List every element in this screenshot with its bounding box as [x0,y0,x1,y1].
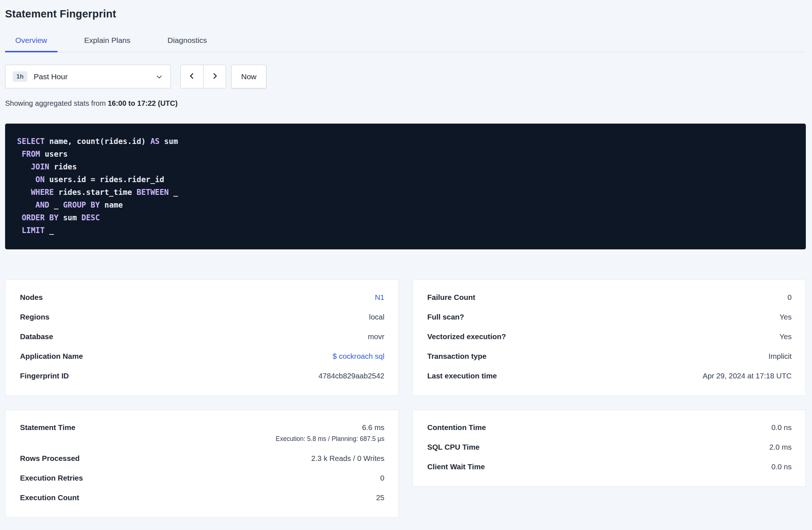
card-row: Client Wait Time0.0 ns [427,462,792,472]
prev-interval-button[interactable] [181,65,203,88]
stats-cards-grid: NodesN1RegionslocalDatabasemovrApplicati… [5,280,806,518]
failure-count-label: Failure Count [427,292,486,302]
execution-retries-label: Execution Retries [20,473,94,483]
chevron-down-icon [155,73,163,81]
failure-count-value: 0 [788,292,792,302]
fingerprint-id-value: 4784cb829aab2542 [318,371,384,381]
now-button[interactable]: Now [231,65,266,88]
sql-statement: SELECT name, count(rides.id) AS sum FROM… [5,124,806,249]
execution-retries-value: 0 [380,473,384,483]
last-execution-time-value: Apr 29, 2024 at 17:18 UTC [703,371,792,381]
interval-label: Past Hour [34,72,68,81]
transaction-type-label: Transaction type [427,351,498,361]
chevron-left-icon [188,72,196,81]
card-row: Application Name$ cockroach sql [20,351,385,361]
time-toolbar: 1h Past Hour Now [5,65,806,88]
sql-line: WHERE rides.start_time BETWEEN _ [17,186,794,199]
fingerprint-id-label: Fingerprint ID [20,371,80,381]
full-scan-value: Yes [780,312,792,322]
sql-line: ORDER BY sum DESC [17,212,794,224]
card-row: Transaction typeImplicit [427,351,792,361]
full-scan-label: Full scan? [427,312,475,322]
vectorized-execution-label: Vectorized execution? [427,332,517,342]
card-row: Statement Time6.6 msExecution: 5.8 ms / … [20,422,385,444]
sql-line: AND _ GROUP BY name [17,199,794,212]
execution-count-label: Execution Count [20,493,90,503]
card-row: Contention Time0.0 ns [427,422,792,433]
card-row: Vectorized execution?Yes [427,332,792,342]
card-row: Rows Processed2.3 k Reads / 0 Writes [20,453,385,463]
contention-time-value: 0.0 ns [771,422,792,433]
sql-cpu-time-label: SQL CPU Time [427,442,491,452]
sql-line: LIMIT _ [17,224,794,237]
client-wait-time-label: Client Wait Time [427,462,496,472]
application-name-label: Application Name [20,351,94,361]
time-interval-select[interactable]: 1h Past Hour [5,65,171,88]
interval-badge: 1h [13,71,27,82]
tab-explain-plans[interactable]: Explain Plans [74,32,141,52]
card-row: Regionslocal [20,312,385,322]
card-row: NodesN1 [20,292,385,302]
interval-nav-group [180,65,226,88]
timing-card-left: Statement Time6.6 msExecution: 5.8 ms / … [5,410,399,518]
statement-time-label: Statement Time [20,422,86,433]
card-row: Databasemovr [20,332,385,342]
sql-line: JOIN rides [17,161,794,173]
card-row: Execution Count25 [20,493,385,503]
details-card-right: Failure Count0Full scan?YesVectorized ex… [413,280,806,396]
card-row: SQL CPU Time2.0 ms [427,442,792,452]
rows-processed-label: Rows Processed [20,453,91,463]
page-title: Statement Fingerprint [5,8,806,20]
tab-bar: OverviewExplain PlansDiagnostics [5,32,806,52]
statement-fingerprint-page: Statement Fingerprint OverviewExplain Pl… [0,0,812,530]
regions-value: local [369,312,384,322]
card-row: Execution Retries0 [20,473,385,483]
sql-line: SELECT name, count(rides.id) AS sum [17,135,794,148]
nodes-link[interactable]: N1 [375,292,384,302]
statement-time-subtext: Execution: 5.8 ms / Planning: 687.5 µs [276,434,384,444]
execution-count-value: 25 [376,493,385,503]
tab-overview[interactable]: Overview [5,32,57,52]
chevron-right-icon [210,72,219,81]
sql-line: FROM users [17,148,794,161]
summary-prefix: Showing aggregated stats from [5,99,106,107]
contention-time-label: Contention Time [427,422,497,433]
sql-cpu-time-value: 2.0 ms [769,442,792,452]
transaction-type-value: Implicit [768,351,792,361]
database-value: movr [368,332,385,342]
details-card-left: NodesN1RegionslocalDatabasemovrApplicati… [5,280,399,396]
next-interval-button[interactable] [203,65,226,88]
last-execution-time-label: Last execution time [427,371,508,381]
statement-time-value: 6.6 ms [362,422,385,433]
rows-processed-value: 2.3 k Reads / 0 Writes [311,453,384,463]
card-row: Last execution timeApr 29, 2024 at 17:18… [427,371,792,381]
tab-diagnostics[interactable]: Diagnostics [157,32,217,52]
regions-label: Regions [20,312,60,322]
client-wait-time-value: 0.0 ns [771,462,792,472]
summary-range: 16:00 to 17:22 (UTC) [108,99,177,107]
timing-card-right: Contention Time0.0 nsSQL CPU Time2.0 msC… [413,410,806,487]
sql-line: ON users.id = rides.rider_id [17,173,794,186]
nodes-label: Nodes [20,292,54,302]
database-label: Database [20,332,64,342]
card-row: Failure Count0 [427,292,792,302]
vectorized-execution-value: Yes [780,332,792,342]
statement-time-value-group: 6.6 msExecution: 5.8 ms / Planning: 687.… [276,422,384,444]
card-row: Full scan?Yes [427,312,792,322]
aggregated-stats-summary: Showing aggregated stats from 16:00 to 1… [5,99,806,108]
card-row: Fingerprint ID4784cb829aab2542 [20,371,385,381]
application-name-link[interactable]: $ cockroach sql [333,351,384,361]
